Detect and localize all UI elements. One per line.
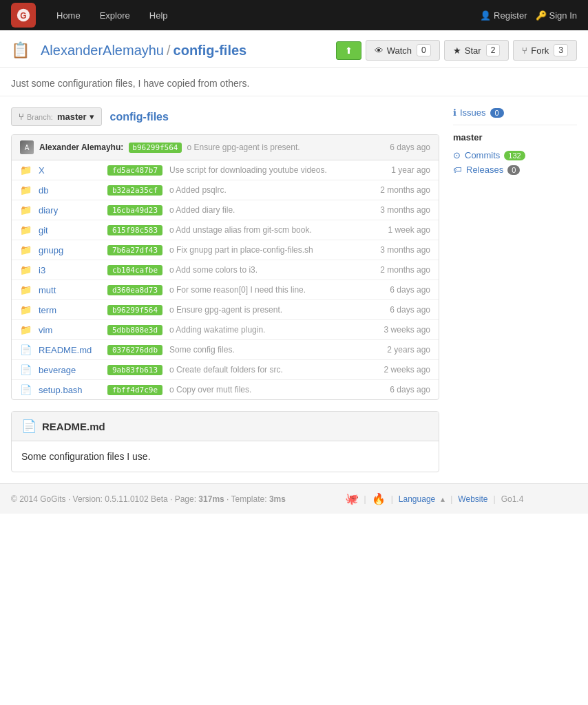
chevron-down-icon: ▾: [90, 112, 94, 122]
footer-sep-1: |: [364, 494, 366, 504]
file-icon: 📄: [20, 384, 32, 395]
footer-sep-4: |: [494, 494, 496, 504]
navbar: G Home Explore Help 👤 Register 🔑 Sign In: [0, 0, 588, 30]
breadcrumb-separator: /: [167, 43, 171, 59]
file-name-link[interactable]: git: [39, 225, 48, 235]
file-time: 3 months ago: [380, 245, 430, 255]
file-name-link[interactable]: beverage: [39, 365, 76, 375]
commit-hash: b96299f564: [129, 143, 181, 153]
commit-time: 6 days ago: [390, 143, 430, 152]
folder-icon: 📁: [20, 224, 32, 235]
folder-icon: 📁: [20, 304, 32, 315]
releases-link[interactable]: Releases: [466, 165, 503, 175]
nav-home[interactable]: Home: [47, 0, 90, 30]
commit-author: Alexander Alemayhu:: [39, 143, 123, 152]
register-icon: 👤: [480, 10, 491, 21]
table-row: 📁 term b96299f564 o Ensure gpg-agent is …: [12, 300, 439, 320]
repo-name-link[interactable]: config-files: [174, 43, 247, 59]
github-icon: 🐙: [345, 492, 359, 505]
issues-link[interactable]: ℹ Issues: [453, 107, 486, 118]
file-name: setup.bash: [39, 385, 101, 395]
file-time: 2 weeks ago: [384, 365, 430, 375]
table-row: 📁 vim 5dbb808e3d o Adding wakatime plugi…: [12, 320, 439, 340]
file-name-link[interactable]: README.md: [39, 345, 92, 355]
upload-icon: ⬆: [345, 45, 353, 56]
file-name-link[interactable]: mutt: [39, 285, 56, 295]
table-row: 📄 beverage 9ab83fb613 o Create default f…: [12, 360, 439, 380]
file-hash: b96299f564: [107, 305, 162, 315]
register-link[interactable]: 👤 Register: [480, 10, 527, 21]
file-commit-message: Use script for downloading youtube video…: [169, 165, 384, 175]
file-name: mutt: [39, 285, 101, 295]
nav-explore[interactable]: Explore: [90, 0, 140, 30]
file-hash: fd5ac487b7: [107, 165, 162, 176]
file-name-link[interactable]: X: [39, 165, 45, 176]
brand-logo[interactable]: G: [11, 3, 36, 28]
file-name: git: [39, 225, 101, 235]
issues-section: ℹ Issues 0: [453, 107, 577, 118]
file-name: db: [39, 185, 101, 196]
star-button[interactable]: ★ Star 2: [444, 40, 510, 61]
repo-actions: ⬆ 👁 Watch 0 ★ Star 2 ⑂ Fork 3: [336, 40, 577, 61]
table-row: 📁 diary 16cba49d23 o Added diary file. 3…: [12, 200, 439, 220]
flame-icon: 🔥: [372, 492, 386, 505]
nav-help[interactable]: Help: [140, 0, 178, 30]
fork-count: 3: [554, 44, 568, 56]
file-hash: 0376276ddb: [107, 345, 162, 355]
website-link[interactable]: Website: [458, 494, 487, 504]
file-commit-message: o Adding wakatime plugin.: [169, 325, 377, 335]
watch-button[interactable]: 👁 Watch 0: [366, 40, 440, 61]
repo-owner-link[interactable]: AlexanderAlemayhu: [41, 43, 164, 59]
table-row: 📄 README.md 0376276ddb Some config files…: [12, 340, 439, 360]
footer-sep-3: |: [450, 494, 452, 504]
file-name-link[interactable]: i3: [39, 265, 45, 275]
readme-header: 📄 README.md: [12, 412, 439, 441]
file-hash: cb104cafbe: [107, 265, 162, 275]
file-name: diary: [39, 205, 101, 215]
repo-description: Just some configuration files, I have co…: [0, 68, 588, 96]
folder-icon: 📁: [20, 185, 32, 196]
branch-selector[interactable]: ⑂ Branch: master ▾: [11, 107, 102, 126]
file-table: A Alexander Alemayhu: b96299f564 o Ensur…: [11, 134, 439, 400]
file-icon: 📄: [20, 364, 32, 375]
footer-center: 🐙 | 🔥 | Language ▴ | Website | Go1.4: [345, 492, 524, 505]
commits-badge: 132: [504, 151, 525, 160]
current-path-link[interactable]: config-files: [110, 111, 169, 123]
commits-link[interactable]: Commits: [465, 150, 500, 160]
language-link[interactable]: Language: [399, 494, 435, 504]
file-name: X: [39, 165, 101, 176]
file-commit-message: o Added psqlrc.: [169, 185, 373, 195]
commit-bar: A Alexander Alemayhu: b96299f564 o Ensur…: [12, 135, 439, 160]
caret-icon: ▴: [441, 494, 445, 504]
sidebar-divider: [453, 125, 577, 125]
file-hash: 7b6a27df43: [107, 245, 162, 255]
file-time: 3 weeks ago: [384, 325, 430, 335]
content-area: ⑂ Branch: master ▾ config-files A Alexan…: [0, 96, 588, 483]
watch-count: 0: [417, 44, 431, 56]
info-icon: ℹ: [453, 107, 456, 118]
file-name-link[interactable]: gnupg: [39, 245, 63, 255]
file-time: 6 days ago: [390, 305, 430, 315]
commits-icon: ⊙: [453, 150, 461, 160]
page: 📋 AlexanderAlemayhu / config-files ⬆ 👁 W…: [0, 30, 588, 483]
signin-icon: 🔑: [536, 10, 547, 21]
file-name-link[interactable]: setup.bash: [39, 385, 83, 395]
file-commit-message: o Copy over mutt files.: [169, 385, 383, 394]
upload-button[interactable]: ⬆: [336, 41, 361, 60]
file-time: 2 months ago: [380, 265, 430, 275]
avatar: A: [20, 140, 34, 154]
file-name-link[interactable]: term: [39, 305, 56, 315]
signin-link[interactable]: 🔑 Sign In: [536, 10, 577, 21]
file-name-link[interactable]: vim: [39, 325, 52, 335]
file-name-link[interactable]: db: [39, 185, 48, 196]
file-name: beverage: [39, 365, 101, 375]
file-name-link[interactable]: diary: [39, 205, 58, 215]
fork-button[interactable]: ⑂ Fork 3: [513, 40, 577, 61]
eye-icon: 👁: [375, 45, 384, 56]
star-icon: ★: [453, 45, 461, 56]
file-time: 2 years ago: [387, 345, 430, 355]
readme-icon: 📄: [21, 419, 36, 434]
fork-icon: ⑂: [522, 45, 527, 56]
main-content: ⑂ Branch: master ▾ config-files A Alexan…: [11, 107, 439, 472]
file-icon: 📄: [20, 344, 32, 355]
